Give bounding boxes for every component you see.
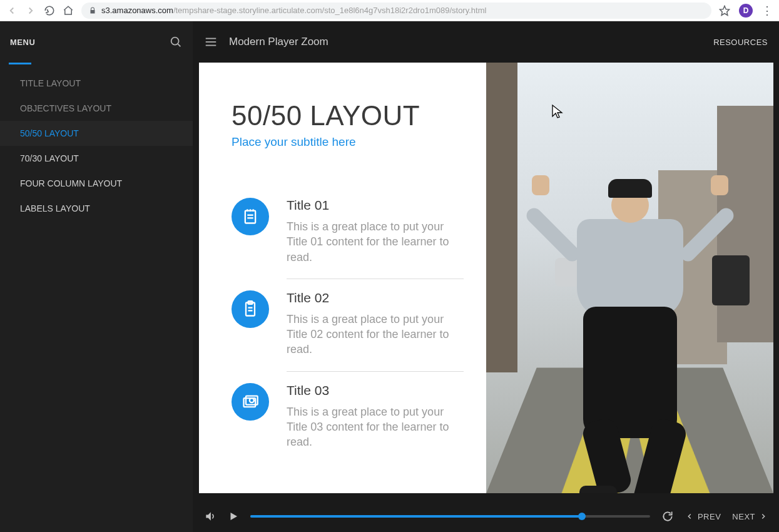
browser-url-bar[interactable]: s3.amazonaws.com/tempshare-stage.storyli…	[81, 3, 711, 19]
seekbar[interactable]	[250, 515, 650, 518]
course-title: Modern Player Zoom	[229, 36, 328, 48]
url-host: s3.amazonaws.com	[101, 6, 173, 15]
volume-icon[interactable]	[204, 510, 216, 523]
menu-item-labels-layout[interactable]: LABELS LAYOUT	[0, 196, 193, 221]
browser-chrome: s3.amazonaws.com/tempshare-stage.storyli…	[0, 0, 779, 21]
browser-menu-button[interactable]: ⋮	[761, 4, 773, 18]
item-desc: This is a great place to put your Title …	[287, 219, 449, 265]
hamburger-icon[interactable]	[204, 35, 218, 49]
lock-icon	[89, 7, 96, 14]
notepad-icon	[232, 198, 269, 235]
item-title: Title 02	[287, 290, 464, 305]
slide-left-panel: 50/50 LAYOUT Place your subtitle here Ti…	[199, 63, 486, 493]
next-label: NEXT	[732, 512, 755, 521]
slide-title: 50/50 LAYOUT	[232, 100, 464, 131]
stage-wrap: 50/50 LAYOUT Place your subtitle here Ti…	[193, 63, 779, 501]
slide-subtitle: Place your subtitle here	[232, 135, 464, 149]
content-header: Modern Player Zoom RESOURCES	[193, 21, 779, 63]
slide-image	[486, 63, 773, 493]
clipboard-icon	[232, 290, 269, 328]
browser-forward-button[interactable]	[25, 5, 36, 16]
seekbar-knob[interactable]	[578, 513, 586, 520]
sidebar: MENU TITLE LAYOUT OBJECTIVES LAYOUT 50/5…	[0, 21, 193, 532]
svg-marker-0	[720, 6, 730, 15]
seekbar-fill	[250, 515, 582, 518]
menu-item-objectives-layout[interactable]: OBJECTIVES LAYOUT	[0, 96, 193, 121]
item-desc: This is a great place to put your Title …	[287, 404, 449, 450]
item-desc: This is a great place to put your Title …	[287, 312, 449, 357]
next-button[interactable]: NEXT	[732, 512, 768, 521]
player-footer: PREV NEXT	[193, 501, 779, 532]
content-frame: Modern Player Zoom RESOURCES 50/50 LAYOU…	[193, 21, 779, 532]
item-title: Title 03	[287, 383, 464, 398]
cursor-icon	[551, 104, 564, 119]
profile-avatar[interactable]: D	[739, 4, 753, 18]
browser-home-button[interactable]	[63, 5, 74, 16]
resources-link[interactable]: RESOURCES	[713, 38, 768, 47]
svg-point-18	[250, 398, 254, 402]
menu-list: TITLE LAYOUT OBJECTIVES LAYOUT 50/50 LAY…	[0, 71, 193, 221]
menu-item-title-layout[interactable]: TITLE LAYOUT	[0, 71, 193, 96]
player-app: MENU TITLE LAYOUT OBJECTIVES LAYOUT 50/5…	[0, 21, 779, 532]
svg-marker-19	[231, 513, 238, 520]
camera-icon	[232, 383, 269, 421]
item-title: Title 01	[287, 198, 464, 213]
menu-item-5050-layout[interactable]: 50/50 LAYOUT	[0, 121, 193, 146]
svg-line-2	[178, 44, 180, 46]
prev-label: PREV	[698, 512, 721, 521]
browser-refresh-button[interactable]	[44, 5, 55, 16]
play-button[interactable]	[228, 511, 239, 522]
prev-button[interactable]: PREV	[685, 512, 721, 521]
slide-item: Title 02 This is a great place to put yo…	[232, 279, 464, 371]
menu-item-four-column-layout[interactable]: FOUR COLUMN LAYOUT	[0, 171, 193, 196]
slide-stage: 50/50 LAYOUT Place your subtitle here Ti…	[199, 63, 773, 493]
menu-item-7030-layout[interactable]: 70/30 LAYOUT	[0, 146, 193, 171]
menu-accent-bar	[9, 63, 31, 64]
sidebar-header: MENU	[0, 21, 193, 63]
url-path: /tempshare-stage.storyline.articulate.co…	[173, 6, 487, 15]
search-icon[interactable]	[169, 35, 183, 49]
svg-point-1	[171, 38, 179, 45]
replay-button[interactable]	[661, 510, 674, 523]
slide-item: Title 01 This is a great place to put yo…	[232, 187, 464, 279]
slide-items: Title 01 This is a great place to put yo…	[232, 187, 464, 464]
browser-back-button[interactable]	[6, 5, 18, 16]
menu-label: MENU	[10, 38, 35, 47]
star-icon[interactable]	[719, 5, 730, 16]
slide-item: Title 03 This is a great place to put yo…	[232, 372, 464, 464]
svg-rect-6	[245, 211, 255, 223]
